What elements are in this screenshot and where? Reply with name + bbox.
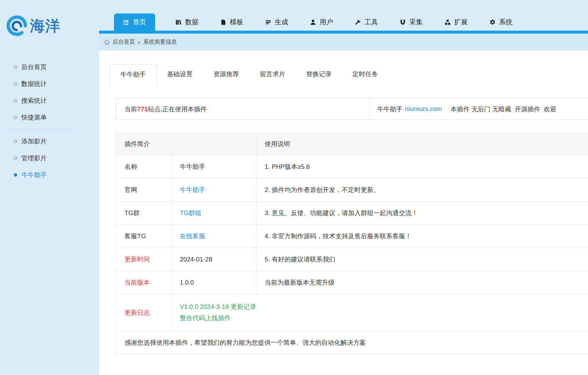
customer-service-link[interactable]: 在线客服 xyxy=(180,233,205,240)
nav-label: 模板 xyxy=(230,18,243,27)
row-note: 2. 插件均为作者原创开发，不定时更新。 xyxy=(256,179,588,202)
row-label-current-version: 当前版本 xyxy=(116,271,172,294)
row-value-current-version: 1.0.0 xyxy=(172,271,256,294)
extend-icon xyxy=(444,19,451,25)
nav-label: 工具 xyxy=(364,18,378,27)
sidebar-item-label: 管理影片 xyxy=(21,154,47,162)
row-value-official-site: 牛牛助手 xyxy=(172,179,256,202)
plugin-tabs: 牛牛助手 基础设置 资源推荐 留言求片 替换记录 定时任务 xyxy=(110,64,588,85)
sidebar-item-quick-menu[interactable]: 快捷菜单 xyxy=(0,109,99,126)
sidebar-item-dashboard[interactable]: 后台首页 xyxy=(0,59,99,75)
official-site-link[interactable]: 牛牛助手 xyxy=(180,186,205,193)
row-value-name: 牛牛助手 xyxy=(172,155,256,179)
row-label-name: 名称 xyxy=(116,155,172,179)
sidebar-item-add-movie[interactable]: 添加影片 xyxy=(0,133,99,150)
bullet-icon xyxy=(14,82,17,86)
site-count-suffix: 站点,正在使用本插件 xyxy=(148,106,207,113)
row-label-update-time: 更新时间 xyxy=(116,248,172,271)
tab-niuniu-assistant[interactable]: 牛牛助手 xyxy=(110,64,157,85)
nav-item-extend[interactable]: 扩展 xyxy=(443,13,469,31)
sidebar-item-data-stats[interactable]: 数据统计 xyxy=(0,75,99,92)
nav-label: 采集 xyxy=(409,18,423,27)
table-row: 官网 牛牛助手 2. 插件均为作者原创开发，不定时更新。 xyxy=(116,179,588,202)
plugin-promo-text: 牛牛助手 niuniuzs.com 本插件 无后门 无暗藏 开源插件 欢迎 xyxy=(369,99,588,120)
admin-page: 海洋 后台首页 数据统计 搜索统计 快捷菜单 添加影片 xyxy=(0,0,588,375)
gear-icon xyxy=(489,19,496,25)
user-icon xyxy=(310,19,316,25)
row-value-changelog: V1.0.0 2024-3-16 更新记录 整合代码上线插件 xyxy=(172,294,588,331)
tg-group-link[interactable]: TG群组 xyxy=(180,210,201,217)
logo-title: 海洋 xyxy=(30,16,61,36)
nav-item-template[interactable]: 模板 xyxy=(219,13,245,31)
table-row: 客服TG 在线客服 4. 非官方制作源码，技术支持及售后服务联系客服！ xyxy=(116,225,588,248)
tab-resource-recommend[interactable]: 资源推荐 xyxy=(203,64,249,84)
sidebar-item-label: 牛牛助手 xyxy=(21,171,47,179)
row-value-tg-group: TG群组 xyxy=(172,202,256,225)
table-row: 更新日志 V1.0.0 2024-3-16 更新记录 整合代码上线插件 xyxy=(116,294,588,331)
plugin-promo-tagline: 本插件 无后门 无暗藏 开源插件 欢迎 xyxy=(450,105,556,114)
home-icon xyxy=(104,39,110,45)
sidebar-item-label: 快捷菜单 xyxy=(21,113,47,122)
nav-label: 首页 xyxy=(133,18,146,27)
table-header-row: 插件简介 使用说明 xyxy=(116,133,588,155)
site-count-text: 当前771站点,正在使用本插件 xyxy=(116,105,369,114)
nav-label: 系统 xyxy=(499,18,512,27)
sidebar-item-manage-movie[interactable]: 管理影片 xyxy=(0,150,99,167)
row-note: 4. 非官方制作源码，技术支持及售后服务联系客服！ xyxy=(256,225,588,248)
collect-icon xyxy=(400,19,406,25)
nav-item-home[interactable]: 首页 xyxy=(114,13,155,31)
column-header-usage: 使用说明 xyxy=(256,133,588,155)
plugin-name: 牛牛助手 xyxy=(377,105,403,114)
bullet-icon xyxy=(14,99,17,102)
breadcrumb-current: 系统简要信息 xyxy=(143,38,177,46)
bullet-icon xyxy=(14,173,17,177)
table-row: 名称 牛牛助手 1. PHP版本≥5.6 xyxy=(116,155,588,179)
row-note: 1. PHP版本≥5.6 xyxy=(256,155,588,179)
table-row: TG群 TG群组 3. 意见、反馈、功能建议，请加入群组一起沟通交流！ xyxy=(116,202,588,225)
nav-label: 扩展 xyxy=(454,18,468,27)
tab-scheduled-tasks[interactable]: 定时任务 xyxy=(342,64,388,84)
nav-item-data[interactable]: 数据 xyxy=(174,13,200,31)
row-note: 3. 意见、反馈、功能建议，请加入群组一起沟通交流！ xyxy=(256,202,588,225)
nav-item-user[interactable]: 用户 xyxy=(308,13,335,31)
thanks-message: 感谢您选择使用本插件，希望我们的努力能为您提供一个简单、强大的自动化解决方案 xyxy=(116,331,588,354)
table-row: 当前版本 1.0.0 当前为最新版本无需升级 xyxy=(116,271,588,294)
nav-item-tools[interactable]: 工具 xyxy=(353,13,379,31)
sidebar-item-label: 数据统计 xyxy=(21,80,47,88)
changelog-detail-link[interactable]: 整合代码上线插件 xyxy=(180,313,588,324)
sidebar-item-label: 后台首页 xyxy=(21,63,47,71)
row-label-official-site: 官网 xyxy=(116,179,172,202)
breadcrumb-separator: » xyxy=(138,39,141,45)
bullet-icon xyxy=(14,140,17,143)
breadcrumb: 后台首页 » 系统简要信息 xyxy=(99,34,588,50)
edit-icon xyxy=(123,19,129,25)
bullet-icon xyxy=(14,156,17,160)
nav-item-collect[interactable]: 采集 xyxy=(398,13,424,31)
row-label-tg-group: TG群 xyxy=(116,202,172,225)
generate-icon xyxy=(265,19,271,25)
row-label-changelog: 更新日志 xyxy=(116,294,172,331)
bullet-icon xyxy=(14,65,17,69)
breadcrumb-home-link[interactable]: 后台首页 xyxy=(113,38,135,46)
changelog-entry-link[interactable]: V1.0.0 2024-3-16 更新记录 xyxy=(180,301,588,313)
sidebar-item-label: 搜索统计 xyxy=(21,96,47,105)
row-label-support-tg: 客服TG xyxy=(116,225,172,248)
logo[interactable]: 海洋 xyxy=(0,0,99,52)
nav-item-system[interactable]: 系统 xyxy=(488,13,514,31)
sidebar-item-search-stats[interactable]: 搜索统计 xyxy=(0,92,99,109)
plugin-site-link[interactable]: niuniuzs.com xyxy=(405,105,442,113)
top-navigation: 首页 数据 模板 生成 xyxy=(99,0,588,31)
tab-basic-settings[interactable]: 基础设置 xyxy=(157,64,203,84)
tab-message-request[interactable]: 留言求片 xyxy=(249,64,296,84)
sidebar-item-niuniu-assistant[interactable]: 牛牛助手 xyxy=(0,167,99,183)
table-footer-row: 感谢您选择使用本插件，希望我们的努力能为您提供一个简单、强大的自动化解决方案 xyxy=(116,331,588,354)
nav-label: 用户 xyxy=(320,18,333,27)
nav-item-generate[interactable]: 生成 xyxy=(264,13,290,31)
tab-replace-records[interactable]: 替换记录 xyxy=(296,64,342,84)
sidebar-divider xyxy=(3,129,77,130)
plugin-info-table: 插件简介 使用说明 名称 牛牛助手 1. PHP版本≥5.6 官网 牛牛助手 2… xyxy=(116,133,588,354)
plugin-status-bar: 当前771站点,正在使用本插件 牛牛助手 niuniuzs.com 本插件 无后… xyxy=(116,98,588,120)
row-note: 当前为最新版本无需升级 xyxy=(256,271,588,294)
nav-label: 生成 xyxy=(275,18,288,27)
data-icon xyxy=(175,19,182,25)
